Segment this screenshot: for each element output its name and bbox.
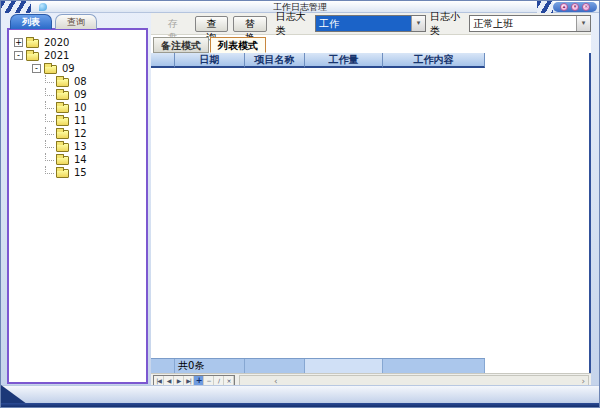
chevron-down-icon[interactable]: ▾ xyxy=(576,16,590,31)
tree-node-label: 08 xyxy=(74,76,87,87)
tree-node-day-15[interactable]: 15 xyxy=(9,166,146,179)
collapse-icon[interactable]: - xyxy=(32,64,41,73)
replace-button[interactable]: 替换 xyxy=(233,16,267,32)
tree-node-2020[interactable]: + 2020 xyxy=(9,36,146,49)
tree-node-label: 2021 xyxy=(44,50,69,61)
subcategory-label: 日志小类 xyxy=(430,10,465,38)
expand-icon[interactable]: + xyxy=(14,38,23,47)
nav-delete-icon[interactable]: − xyxy=(204,376,214,386)
tab-list[interactable]: 列表 xyxy=(10,14,52,29)
subcategory-value: 正常上班 xyxy=(470,16,576,31)
tree-node-label: 15 xyxy=(74,167,87,178)
tree-connector xyxy=(45,88,54,96)
nav-edit-icon[interactable]: ∕ xyxy=(214,376,224,386)
nav-first-icon[interactable]: |◀ xyxy=(154,376,164,386)
titlebar-stripes-right xyxy=(537,1,553,13)
folder-icon xyxy=(56,143,69,152)
tree-connector xyxy=(45,75,54,83)
tree-node-day-10[interactable]: 10 xyxy=(9,101,146,114)
window-controls: ▴ ▾ × xyxy=(553,2,597,12)
tree-connector xyxy=(45,114,54,122)
corner-decoration xyxy=(1,385,31,407)
tree-connector xyxy=(45,127,54,135)
tree-node-label: 11 xyxy=(74,115,87,126)
close-icon[interactable]: × xyxy=(582,3,590,11)
grid-header-row: 日期 项目名称 工作量 工作内容 xyxy=(151,53,485,68)
tree-connector xyxy=(45,166,54,174)
mode-tab-bar: 备注模式 列表模式 xyxy=(153,37,267,53)
collapse-icon[interactable]: - xyxy=(14,51,23,60)
main-panel: 存盘 查询 替换 日志大类 工作 ▾ 日志小类 正常上班 ▾ 备注模式 列表模式… xyxy=(151,13,591,387)
column-header-project[interactable]: 项目名称 xyxy=(245,53,305,68)
window-bottom-frame xyxy=(1,385,599,407)
tree-node-month-09[interactable]: - 09 xyxy=(9,62,146,75)
nav-cancel-icon[interactable]: × xyxy=(224,376,234,386)
subcategory-select[interactable]: 正常上班 ▾ xyxy=(469,15,591,32)
nav-next-icon[interactable]: ▶ xyxy=(174,376,184,386)
tree-node-label: 09 xyxy=(74,89,87,100)
tree-connector xyxy=(45,101,54,109)
tree-node-day-11[interactable]: 11 xyxy=(9,114,146,127)
tree-node-label: 10 xyxy=(74,102,87,113)
tree-node-day-13[interactable]: 13 xyxy=(9,140,146,153)
tree-node-day-14[interactable]: 14 xyxy=(9,153,146,166)
log-grid: 日期 项目名称 工作量 工作内容 共0条 xyxy=(151,53,591,373)
row-indicator-header xyxy=(151,53,175,68)
tab-list-mode[interactable]: 列表模式 xyxy=(210,37,266,53)
tab-query[interactable]: 查询 xyxy=(55,14,97,29)
folder-icon xyxy=(56,91,69,100)
tab-note-mode[interactable]: 备注模式 xyxy=(153,37,209,53)
chevron-down-icon[interactable]: ▾ xyxy=(411,16,425,31)
column-header-workload[interactable]: 工作量 xyxy=(305,53,383,68)
tree-connector xyxy=(45,153,54,161)
tree-node-label: 12 xyxy=(74,128,87,139)
footer-cell xyxy=(305,359,383,373)
column-header-date[interactable]: 日期 xyxy=(175,53,245,68)
folder-icon xyxy=(26,39,39,48)
left-tab-bar: 列表 查询 xyxy=(10,14,97,29)
category-label: 日志大类 xyxy=(276,10,311,38)
category-value: 工作 xyxy=(316,16,411,31)
tree-node-label: 09 xyxy=(62,63,75,74)
folder-icon xyxy=(56,117,69,126)
folder-icon xyxy=(56,156,69,165)
nav-last-icon[interactable]: ▶| xyxy=(184,376,194,386)
nav-insert-icon[interactable]: + xyxy=(194,376,204,386)
query-button[interactable]: 查询 xyxy=(195,16,229,32)
folder-icon xyxy=(56,104,69,113)
tree-node-2021[interactable]: - 2021 xyxy=(9,49,146,62)
app-window: 工作日志管理 ▴ ▾ × 列表 查询 + 2020 - 2021 - 09 xyxy=(0,0,600,408)
record-count: 共0条 xyxy=(175,359,245,373)
footer-cell xyxy=(245,359,305,373)
save-button[interactable]: 存盘 xyxy=(156,16,190,32)
nav-prior-icon[interactable]: ◀ xyxy=(164,376,174,386)
category-select[interactable]: 工作 ▾ xyxy=(315,15,426,32)
tree-node-label: 2020 xyxy=(44,37,69,48)
grid-footer-row: 共0条 xyxy=(151,358,485,373)
maximize-icon[interactable]: ▾ xyxy=(571,3,579,11)
folder-icon xyxy=(56,169,69,178)
folder-icon xyxy=(26,52,39,61)
toolbar: 存盘 查询 替换 日志大类 工作 ▾ 日志小类 正常上班 ▾ xyxy=(151,13,591,35)
tree-node-label: 13 xyxy=(74,141,87,152)
column-header-content[interactable]: 工作内容 xyxy=(383,53,485,68)
tree-node-day-12[interactable]: 12 xyxy=(9,127,146,140)
tree-node-label: 14 xyxy=(74,154,87,165)
date-tree-panel: + 2020 - 2021 - 09 08 09 10 xyxy=(7,28,148,384)
tree-node-day-08[interactable]: 08 xyxy=(9,75,146,88)
footer-indicator-cell xyxy=(151,359,175,373)
folder-icon xyxy=(56,78,69,87)
footer-cell xyxy=(383,359,485,373)
folder-icon xyxy=(56,130,69,139)
folder-icon xyxy=(44,65,57,74)
minimize-icon[interactable]: ▴ xyxy=(560,3,568,11)
tree-node-day-09[interactable]: 09 xyxy=(9,88,146,101)
tree-connector xyxy=(45,140,54,148)
